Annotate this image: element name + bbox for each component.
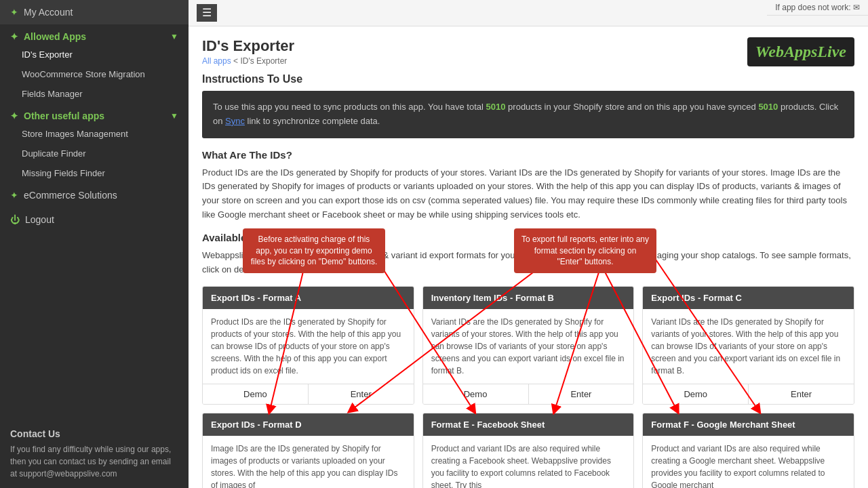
sidebar-section-allowed-apps[interactable]: ✦ Allowed Apps ▼ — [0, 24, 189, 45]
notice-text: If app does not work: — [775, 3, 850, 12]
format-card-f-header: Format F - Google Merchant Sheet — [643, 413, 854, 436]
formats-grid: Export IDs - Format A Product IDs are th… — [202, 286, 854, 488]
sidebar-sub-ids-exporter[interactable]: ID's Exporter — [0, 45, 189, 64]
duplicate-finder-label: Duplicate Finder — [22, 148, 86, 159]
format-card-b: Inventory Item IDs - Format B Variant ID… — [422, 286, 635, 405]
format-card-b-header: Inventory Item IDs - Format B — [423, 287, 634, 309]
my-account-label: My Account — [24, 7, 73, 18]
sync-link[interactable]: Sync — [225, 116, 245, 126]
format-card-c-footer: Demo Enter — [643, 384, 854, 404]
sidebar-sub-duplicate-finder[interactable]: Duplicate Finder — [0, 144, 189, 163]
info-text-before: To use this app you need to sync product… — [213, 102, 486, 112]
format-a-enter-button[interactable]: Enter — [309, 384, 414, 404]
sidebar-section-other-apps[interactable]: ✦ Other useful apps ▼ — [0, 104, 189, 124]
logo-box: WebAppsLive — [747, 37, 854, 66]
allowed-apps-icon: ✦ — [10, 31, 18, 42]
format-card-c-header: Export IDs - Format C — [643, 287, 854, 309]
format-card-e-header: Format E - Facebook Sheet — [423, 413, 634, 436]
other-apps-label: Other useful apps — [24, 110, 104, 121]
format-card-a-body: Product IDs are the IDs generated by Sho… — [203, 309, 414, 384]
tooltip1-text: Before activating charge of this app, yo… — [251, 235, 378, 267]
format-card-c: Export IDs - Format C Variant IDs are th… — [642, 286, 854, 405]
format-c-enter-button[interactable]: Enter — [749, 384, 854, 404]
format-card-a-header: Export IDs - Format A — [203, 287, 414, 309]
other-apps-icon: ✦ — [10, 110, 18, 121]
logout-label: Logout — [25, 214, 54, 225]
format-b-demo-button[interactable]: Demo — [423, 384, 529, 404]
missing-fields-label: Missing Fields Finder — [22, 168, 105, 178]
allowed-apps-label: Allowed Apps — [24, 31, 86, 42]
contact-us-section: Contact Us If you find any difficulty wh… — [0, 420, 189, 488]
logo-text: WebAppsLive — [755, 43, 846, 61]
format-card-f: Format F - Google Merchant Sheet Product… — [642, 413, 854, 488]
breadcrumb-current: ID's Exporter — [240, 56, 287, 66]
sidebar-item-logout[interactable]: ⏻ Logout — [0, 207, 189, 232]
count2: 5010 — [758, 102, 778, 112]
format-card-f-body: Product and variant IDs are also require… — [643, 436, 854, 488]
page-header: ID's Exporter All apps < ID's Exporter W… — [202, 37, 854, 66]
format-card-d: Export IDs - Format D Image IDs are the … — [202, 413, 414, 488]
info-text-middle: products in your Shopify store and on th… — [505, 102, 758, 112]
sidebar-sub-fields-manager[interactable]: Fields Manager — [0, 84, 189, 104]
breadcrumb: All apps < ID's Exporter — [202, 56, 294, 66]
sidebar-sub-missing-fields[interactable]: Missing Fields Finder — [0, 163, 189, 183]
format-card-b-body: Variant IDs are the IDs generated by Sho… — [423, 309, 634, 384]
what-are-ids-title: What Are The IDs? — [202, 149, 854, 161]
sidebar-item-my-account[interactable]: ✦ My Account — [0, 0, 189, 24]
account-icon: ✦ — [10, 7, 18, 18]
tooltip-bubble-2: To export full reports, enter into any f… — [514, 228, 656, 273]
info-box: To use this app you need to sync product… — [202, 91, 854, 138]
sidebar-item-ecommerce[interactable]: ✦ eCommerce Solutions — [0, 183, 189, 207]
notice-icon: ✉ — [853, 3, 860, 12]
tooltip2-text: To export full reports, enter into any f… — [521, 235, 649, 267]
breadcrumb-all-link[interactable]: All apps — [202, 56, 231, 66]
logo-main: WebApps — [755, 43, 818, 60]
main-inner: ID's Exporter All apps < ID's Exporter W… — [189, 26, 868, 488]
what-are-ids-text: Product IDs are the IDs generated by Sho… — [202, 166, 854, 222]
breadcrumb-separator: < — [233, 56, 240, 66]
page-title: ID's Exporter — [202, 37, 294, 55]
woocommerce-label: WooCommerce Store Migration — [22, 69, 145, 79]
tooltip-bubble-1: Before activating charge of this app, yo… — [243, 228, 385, 273]
format-card-d-body: Image IDs are the IDs generated by Shopi… — [203, 436, 414, 488]
count1: 5010 — [486, 102, 506, 112]
format-card-a: Export IDs - Format A Product IDs are th… — [202, 286, 414, 405]
sidebar: ✦ My Account ✦ Allowed Apps ▼ ID's Expor… — [0, 0, 189, 488]
chevron-other-icon: ▼ — [170, 111, 178, 121]
format-card-a-footer: Demo Enter — [203, 384, 414, 404]
format-card-e: Format E - Facebook Sheet Product and va… — [422, 413, 635, 488]
store-images-label: Store Images Management — [22, 129, 128, 139]
sidebar-sub-woocommerce[interactable]: WooCommerce Store Migration — [0, 64, 189, 84]
ids-exporter-label: ID's Exporter — [22, 49, 73, 60]
main-content: ☰ ID's Exporter All apps < ID's Exporter… — [189, 0, 868, 488]
info-text-end: link to synchronize complete data. — [245, 116, 380, 126]
fields-manager-label: Fields Manager — [22, 89, 83, 99]
ecommerce-icon: ✦ — [10, 190, 18, 201]
format-c-demo-button[interactable]: Demo — [643, 384, 749, 404]
logo-accent: Live — [817, 43, 846, 60]
sidebar-sub-store-images[interactable]: Store Images Management — [0, 124, 189, 144]
ecommerce-label: eCommerce Solutions — [24, 190, 117, 201]
top-bar: ☰ — [189, 0, 868, 26]
format-a-demo-button[interactable]: Demo — [203, 384, 309, 404]
hamburger-button[interactable]: ☰ — [197, 4, 217, 22]
logout-icon: ⏻ — [10, 214, 20, 225]
format-card-b-footer: Demo Enter — [423, 384, 634, 404]
chevron-allowed-icon: ▼ — [170, 32, 178, 41]
format-card-e-body: Product and variant IDs are also require… — [423, 436, 634, 488]
instructions-title: Instructions To Use — [202, 73, 854, 85]
global-notice: If app does not work: ✉ — [767, 0, 868, 16]
format-card-d-header: Export IDs - Format D — [203, 413, 414, 436]
format-b-enter-button[interactable]: Enter — [529, 384, 634, 404]
contact-us-title: Contact Us — [10, 428, 178, 439]
contact-us-text: If you find any difficulty while using o… — [10, 443, 178, 480]
format-card-c-body: Variant IDs are the IDs generated by Sho… — [643, 309, 854, 384]
